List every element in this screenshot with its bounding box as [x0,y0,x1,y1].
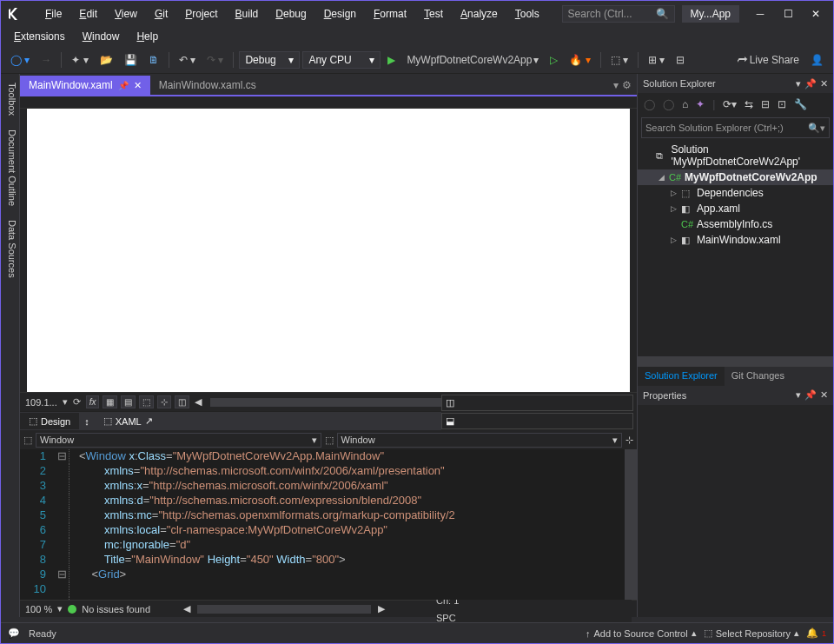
nav-split-icon[interactable]: ⊹ [626,435,633,446]
toolbar-misc-2[interactable]: ⊞ ▾ [644,51,669,69]
nav-back-button[interactable]: ◯ ▾ [6,51,34,69]
issues-label[interactable]: No issues found [82,604,150,614]
menu-help[interactable]: Help [129,28,166,45]
live-share-button[interactable]: ⮫ Live Share [733,51,804,69]
se-switch-icon[interactable]: ✦ [693,96,707,112]
se-home-icon[interactable]: ⌂ [679,96,691,112]
se-back-icon[interactable]: ◯ [641,96,658,112]
undo-button[interactable]: ↶ ▾ [175,51,200,69]
menu-build[interactable]: Build [228,4,267,23]
tree-item[interactable]: ▷◧MainWindow.xaml [638,232,833,248]
split-horiz-icon[interactable]: ⬓ [441,413,633,429]
rail-data-sources[interactable]: Data Sources [1,216,19,282]
minimize-button[interactable]: ─ [748,5,772,23]
source-control-button[interactable]: ↑ Add to Source Control ▴ [586,627,697,639]
config-dropdown[interactable]: Debug▾ [239,51,300,69]
se-properties-icon[interactable]: 🔧 [791,96,810,112]
code-hscrollbar[interactable] [197,605,371,614]
panel-close-icon[interactable]: ✕ [820,78,828,90]
notifications-button[interactable]: 🔔1 [806,627,826,639]
menu-extensions[interactable]: Extensions [6,28,73,45]
design-tab[interactable]: ⬚ Design [20,413,79,429]
code-zoom[interactable]: 100 % [25,604,52,614]
panel-tab-git-changes[interactable]: Git Changes [725,367,791,386]
scroll-left-icon[interactable]: ◀ [183,603,190,614]
panel-pin-icon[interactable]: 📌 [804,78,817,90]
code-scrollbar[interactable] [625,449,637,600]
menu-format[interactable]: Format [366,4,414,23]
menu-file[interactable]: File [37,4,70,23]
maximize-button[interactable]: ☐ [776,5,800,23]
se-collapse-icon[interactable]: ⊟ [758,96,772,112]
guides-icon[interactable]: ⊹ [157,395,171,408]
close-button[interactable]: ✕ [804,5,828,23]
redo-button[interactable]: ↷ ▾ [202,51,228,69]
boundary-icon[interactable]: ⬚ [139,395,154,408]
platform-dropdown[interactable]: Any CPU▾ [302,51,381,69]
grid-icon[interactable]: ▦ [103,395,117,408]
toolbar-misc-1[interactable]: ⬚ ▾ [606,51,632,69]
tree-hscrollbar[interactable] [638,356,833,367]
zoom-refresh-icon[interactable]: ⟳ [73,396,81,408]
se-fwd-icon[interactable]: ◯ [660,96,677,112]
menu-git[interactable]: Git [147,4,175,23]
panel-dropdown-icon[interactable]: ▾ [796,389,801,401]
panel-pin-icon[interactable]: 📌 [804,389,817,401]
swap-panes-button[interactable]: ↕ [79,414,95,429]
rail-document-outline[interactable]: Document Outline [1,126,19,209]
tab-MainWindow.xaml[interactable]: MainWindow.xaml 📌 ✕ [20,76,150,95]
save-all-button[interactable]: 🗎 [144,51,163,69]
code-editor[interactable]: 1⊟<Window x:Class="MyWpfDotnetCoreWv2App… [20,449,637,600]
xaml-tab[interactable]: ⬚ XAML ↗ [95,413,162,429]
menu-tools[interactable]: Tools [507,4,547,23]
menu-view[interactable]: View [107,4,145,23]
se-sync-icon[interactable]: ⟳▾ [720,96,739,112]
indent-indicator[interactable]: SPC [436,613,632,623]
menu-debug[interactable]: Debug [268,4,314,23]
panel-dropdown-icon[interactable]: ▾ [796,78,801,90]
new-item-button[interactable]: ✦ ▾ [67,51,92,69]
tab-settings-icon[interactable]: ⚙ [622,79,632,91]
tab-MainWindow.xaml.cs[interactable]: MainWindow.xaml.cs [150,76,265,95]
menu-edit[interactable]: Edit [71,4,105,23]
run-target-dropdown[interactable]: MyWpfDotnetCoreWv2App ▾ [402,51,543,69]
se-filter-icon[interactable]: ⇆ [742,96,756,112]
start-debug-button[interactable]: ▶ [383,51,400,69]
se-showall-icon[interactable]: ⊡ [775,96,789,112]
menu-test[interactable]: Test [416,4,451,23]
ruler-icon[interactable]: ◫ [175,395,189,408]
tree-item[interactable]: ▷⬚Dependencies [638,185,833,201]
scroll-right-icon[interactable]: ▶ [378,603,385,614]
scroll-left-icon[interactable]: ◀ [195,396,202,408]
menu-design[interactable]: Design [316,4,364,23]
tree-item[interactable]: ▷◧App.xaml [638,201,833,216]
panel-close-icon[interactable]: ✕ [820,389,828,401]
hot-reload-button[interactable]: 🔥 ▾ [565,51,594,69]
panel-tab-solution-explorer[interactable]: Solution Explorer [638,367,725,386]
split-vert-icon[interactable]: ◫ [441,395,633,411]
snap-icon[interactable]: ▤ [121,395,136,408]
designer-canvas[interactable] [27,109,630,392]
rail-toolbox[interactable]: Toolbox [1,79,19,119]
nav-fwd-button[interactable]: → [36,51,56,69]
menu-project[interactable]: Project [177,4,225,23]
start-without-debug-button[interactable]: ▷ [546,51,562,69]
project-selector[interactable]: My...App [682,5,739,23]
menu-window[interactable]: Window [75,28,128,45]
se-search-input[interactable]: Search Solution Explorer (Ctrl+;) 🔍▾ [641,117,830,138]
tree-item[interactable]: ◢C#MyWpfDotnetCoreWv2App [638,169,833,185]
tree-item[interactable]: C#AssemblyInfo.cs [638,216,833,232]
fx-icon[interactable]: fx [86,395,100,408]
search-input[interactable]: Search (Ctrl... 🔍 [562,5,675,23]
open-button[interactable]: 📂 [96,51,117,69]
output-icon[interactable]: 💬 [8,627,20,639]
save-button[interactable]: 💾 [120,51,142,69]
repo-button[interactable]: ⬚ Select Repository ▴ [704,627,799,639]
zoom-value[interactable]: 109.1... [25,397,57,408]
toolbar-misc-3[interactable]: ⊟ [672,51,689,69]
tab-dropdown-icon[interactable]: ▾ [613,79,619,91]
account-button[interactable]: 👤 [806,51,828,69]
menu-analyze[interactable]: Analyze [453,4,506,23]
nav-left-dropdown[interactable]: Window▾ [36,433,321,448]
tree-item[interactable]: ⧉Solution 'MyWpfDotnetCoreWv2App' [638,142,833,169]
